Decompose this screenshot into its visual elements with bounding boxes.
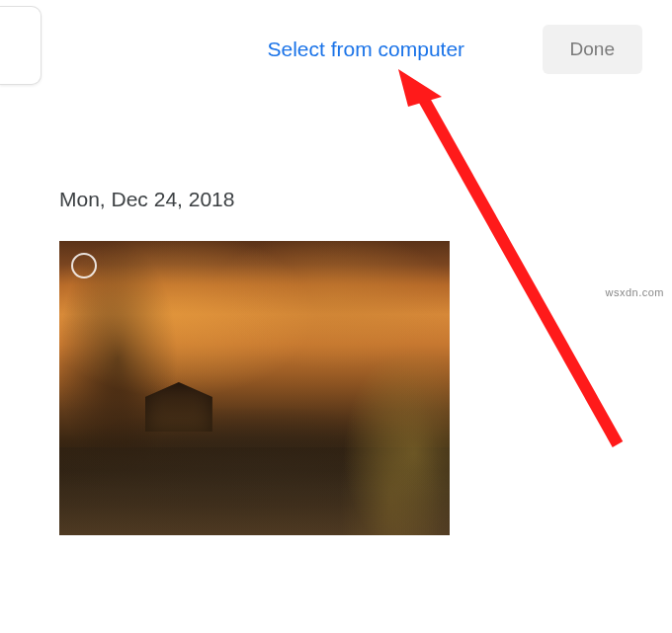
top-bar: Select from computer Done	[0, 0, 672, 99]
content-area: Mon, Dec 24, 2018	[0, 99, 672, 535]
left-partial-card[interactable]	[0, 6, 42, 85]
selection-circle-icon[interactable]	[71, 253, 97, 278]
done-button[interactable]: Done	[543, 25, 642, 74]
date-header: Mon, Dec 24, 2018	[59, 188, 613, 211]
photo-image	[59, 241, 450, 535]
select-from-computer-link[interactable]: Select from computer	[268, 38, 465, 61]
photo-thumbnail[interactable]	[59, 241, 450, 535]
watermark-text: wsxdn.com	[605, 286, 664, 298]
